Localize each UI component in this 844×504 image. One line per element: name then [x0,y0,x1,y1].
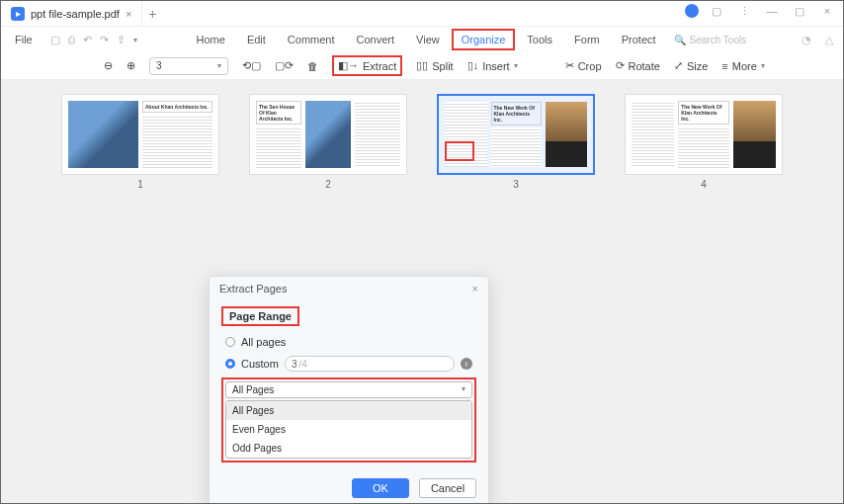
print-icon[interactable]: ⎙ [68,34,75,45]
split-button[interactable]: ▯▯ Split [416,59,453,72]
size-label: Size [687,60,708,72]
kebab-icon[interactable]: ⋮ [734,5,754,18]
radio-label: Custom [241,358,279,370]
radio-checked-icon [225,359,235,369]
ok-button[interactable]: OK [352,478,409,498]
more-icon: ≡ [721,60,727,72]
radio-label: All pages [241,336,286,348]
help-icon[interactable]: ◔ [802,34,811,46]
zoom-out-icon[interactable]: ⊖ [104,59,113,72]
chevron-down-icon: ▾ [462,384,465,395]
dialog-title: Extract Pages [219,283,287,294]
share-icon[interactable]: ⇪ [117,34,126,46]
dropdown-option-all[interactable]: All Pages [226,401,471,420]
page-range-label: Page Range [221,306,299,326]
dropdown-option-odd[interactable]: Odd Pages [226,439,471,458]
redo-icon[interactable]: ↷ [100,34,109,46]
menu-comment[interactable]: Comment [284,32,339,47]
size-button[interactable]: ⤢ Size [674,59,708,72]
radio-all-pages[interactable]: All pages [221,332,476,352]
rotate-icon: ⟳ [616,59,625,72]
crop-button[interactable]: ✂ Crop [565,59,602,72]
zoom-in-icon[interactable]: ⊕ [127,59,135,72]
undo-icon[interactable]: ↶ [83,34,92,46]
page-thumb-2[interactable]: The Sen House Of Klan Architects Inc. 2 [249,94,407,190]
cancel-button[interactable]: Cancel [419,478,476,498]
collapse-ribbon-icon[interactable]: △ [825,34,833,46]
page-thumb-1[interactable]: About Khan Architects Inc. 1 [61,94,219,190]
insert-icon: ▯↓ [467,59,479,72]
page-number-field[interactable]: 3 ▾ [149,57,228,75]
more-button[interactable]: ≡ More▾ [721,60,764,72]
extract-button[interactable]: ◧→ Extract [332,55,402,76]
page-filter-dropdown: All Pages Even Pages Odd Pages [225,400,472,459]
radio-custom[interactable]: Custom 3 /4 i [221,352,476,376]
delete-icon[interactable]: 🗑 [307,60,318,72]
menu-organize[interactable]: Organize [458,32,510,47]
split-label: Split [432,60,453,72]
select-value: All Pages [232,384,274,395]
split-icon: ▯▯ [416,59,428,72]
extract-label: Extract [363,60,396,72]
info-icon[interactable]: i [461,358,472,370]
custom-range-input[interactable]: 3 /4 [285,356,455,372]
search-icon: 🔍 [674,35,686,45]
title-bar-right: ▢ ⋮ — ▢ × [685,4,837,18]
custom-hint: /4 [298,359,306,370]
title-bar: ▸ ppt file-sample.pdf × + ▢ ⋮ — ▢ × [1,1,843,27]
page-number-value: 3 [156,60,162,71]
menu-convert[interactable]: Convert [353,32,399,47]
maximize-button[interactable]: ▢ [790,5,809,18]
highlight-box [452,29,516,50]
menu-file[interactable]: File [11,32,37,47]
message-icon[interactable]: ▢ [707,5,726,18]
menu-form[interactable]: Form [570,32,604,47]
search-tools-label: Search Tools [690,35,747,45]
rotate-left-icon[interactable]: ⟲▢ [242,59,261,72]
page-number-label: 4 [701,179,707,190]
search-tools[interactable]: 🔍 Search Tools [674,35,747,45]
thumb-title: The Sen House Of Klan Architects Inc. [256,101,301,125]
menu-view[interactable]: View [412,32,444,47]
page-thumb-4[interactable]: The New Work Of Klan Architects Inc. 4 [625,94,783,190]
menu-edit[interactable]: Edit [243,32,270,47]
page-filter-select-block: All Pages ▾ All Pages Even Pages Odd Pag… [221,378,476,462]
document-tab[interactable]: ▸ ppt file-sample.pdf × [1,2,142,26]
tab-add-button[interactable]: + [142,6,162,22]
rotate-button[interactable]: ⟳ Rotate [616,59,660,72]
thumb-title: About Khan Architects Inc. [142,101,212,113]
qa-caret-icon[interactable]: ▾ [133,36,137,44]
menu-bar: File ▢ ⎙ ↶ ↷ ⇪ ▾ Home Edit Comment Conve… [1,27,843,52]
menu-protect[interactable]: Protect [618,32,660,47]
page-filter-select[interactable]: All Pages ▾ [225,381,472,398]
extract-icon: ◧→ [338,59,359,72]
user-avatar-icon[interactable] [685,4,699,18]
dropdown-option-even[interactable]: Even Pages [226,420,471,439]
page-number-label: 3 [513,179,519,190]
tab-title: ppt file-sample.pdf [31,8,120,20]
dialog-close-button[interactable]: × [472,283,478,294]
page-thumb-3[interactable]: The New Work Of Klan Architects Inc. 3 [437,94,595,190]
tab-close-icon[interactable]: × [126,8,131,20]
rotate-label: Rotate [629,60,660,72]
page-number-label: 2 [325,179,331,190]
thumb-title: The New Work Of Klan Architects Inc. [491,102,542,126]
crop-label: Crop [578,60,602,72]
extract-pages-dialog: Extract Pages × Page Range All pages Cus… [209,276,489,504]
menu-home[interactable]: Home [193,32,229,47]
rotate-right-icon[interactable]: ▢⟳ [275,59,294,72]
close-window-button[interactable]: × [817,5,837,17]
minimize-button[interactable]: — [762,5,782,17]
menu-tools[interactable]: Tools [523,32,556,47]
page-number-label: 1 [137,179,143,190]
organize-toolbar: ⊖ ⊕ 3 ▾ ⟲▢ ▢⟳ 🗑 ◧→ Extract ▯▯ Split ▯↓ I… [1,52,843,80]
radio-icon [225,337,235,347]
custom-value: 3 [292,359,297,370]
thumbnail-workspace: About Khan Architects Inc. 1 The Sen Hou… [1,80,843,504]
crop-icon: ✂ [565,59,574,72]
app-icon: ▸ [11,7,25,21]
insert-button[interactable]: ▯↓ Insert▾ [467,59,518,72]
save-icon[interactable]: ▢ [50,34,60,46]
insert-label: Insert [482,60,510,72]
size-icon: ⤢ [674,59,683,72]
